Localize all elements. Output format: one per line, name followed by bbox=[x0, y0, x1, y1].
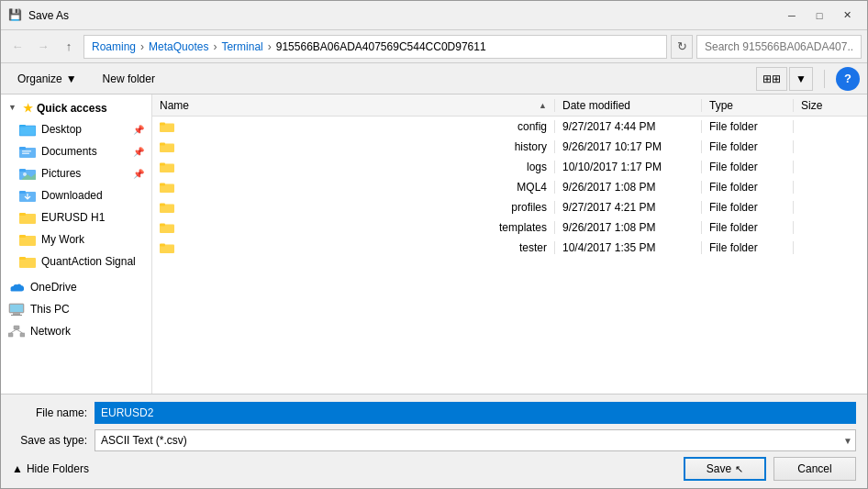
documents-label: Documents bbox=[41, 145, 97, 158]
file-date: 9/26/2017 1:08 PM bbox=[555, 221, 702, 234]
network-icon bbox=[8, 323, 25, 339]
eurusd-icon bbox=[19, 209, 36, 226]
pictures-pin-icon: 📌 bbox=[133, 169, 144, 179]
table-row[interactable]: tester 10/4/2017 1:35 PM File folder bbox=[152, 238, 867, 258]
svg-rect-22 bbox=[10, 305, 23, 312]
pictures-icon bbox=[19, 165, 36, 182]
file-list: Name ▲ Date modified Type Size bbox=[152, 94, 867, 394]
sidebar-item-eurusd[interactable]: EURUSD H1 bbox=[1, 206, 151, 228]
help-label: ? bbox=[844, 72, 851, 85]
svg-rect-33 bbox=[160, 143, 165, 146]
toolbar-separator bbox=[824, 70, 825, 88]
folder-icon bbox=[160, 120, 174, 133]
organize-button[interactable]: Organize ▼ bbox=[8, 67, 86, 91]
quick-access-expand-icon: ▼ bbox=[8, 103, 19, 114]
table-row[interactable]: logs 10/10/2017 1:17 PM File folder bbox=[152, 157, 867, 177]
sidebar: ▼ ★ Quick access Desktop 📌 bbox=[1, 94, 152, 394]
refresh-button[interactable]: ↻ bbox=[671, 35, 693, 59]
button-row: ▲ Hide Folders Save ↖ Cancel bbox=[12, 457, 856, 481]
savetype-wrapper: ASCII Text (*.csv) ▼ bbox=[95, 429, 856, 451]
svg-rect-39 bbox=[160, 204, 165, 206]
quick-access-section: ▼ ★ Quick access Desktop 📌 bbox=[1, 98, 151, 272]
sidebar-item-onedrive[interactable]: OneDrive bbox=[1, 276, 151, 298]
savetype-label: Save as type: bbox=[12, 434, 95, 447]
close-button[interactable]: ✕ bbox=[834, 6, 860, 26]
new-folder-button[interactable]: New folder bbox=[94, 67, 164, 91]
hide-folders-button[interactable]: ▲ Hide Folders bbox=[12, 462, 89, 475]
forward-button[interactable]: → bbox=[32, 36, 54, 58]
filename-input[interactable] bbox=[95, 402, 856, 424]
sidebar-item-desktop[interactable]: Desktop 📌 bbox=[1, 118, 151, 140]
breadcrumb-terminal[interactable]: Terminal bbox=[219, 40, 264, 53]
save-as-dialog: 💾 Save As ─ □ ✕ ← → ↑ Roaming › MetaQuot… bbox=[0, 0, 868, 489]
column-name[interactable]: Name ▲ bbox=[152, 99, 555, 112]
quantaction-label: QuantAction Signal bbox=[41, 255, 136, 268]
search-input[interactable] bbox=[696, 35, 862, 59]
sidebar-item-pictures[interactable]: Pictures 📌 bbox=[1, 162, 151, 184]
maximize-button[interactable]: □ bbox=[807, 6, 832, 26]
save-button[interactable]: Save ↖ bbox=[684, 457, 766, 481]
quick-access-header[interactable]: ▼ ★ Quick access bbox=[1, 98, 151, 118]
sidebar-item-quantaction[interactable]: QuantAction Signal bbox=[1, 250, 151, 272]
hide-folders-label: Hide Folders bbox=[27, 462, 89, 475]
breadcrumb-roaming[interactable]: Roaming bbox=[90, 40, 138, 53]
downloaded-label: Downloaded bbox=[41, 189, 103, 202]
table-row[interactable]: MQL4 9/26/2017 1:08 PM File folder bbox=[152, 177, 867, 197]
desktop-pin-icon: 📌 bbox=[133, 125, 144, 135]
desktop-icon bbox=[19, 121, 36, 138]
address-bar: ← → ↑ Roaming › MetaQuotes › Terminal › … bbox=[1, 30, 867, 63]
folder-icon bbox=[160, 161, 174, 173]
onedrive-icon bbox=[8, 279, 25, 295]
quick-access-star-icon: ★ bbox=[23, 102, 33, 115]
svg-line-29 bbox=[17, 329, 23, 333]
breadcrumb-metaquotes[interactable]: MetaQuotes bbox=[147, 40, 210, 53]
sidebar-item-documents[interactable]: Documents 📌 bbox=[1, 140, 151, 162]
view-grid-icon: ⊞⊞ bbox=[762, 72, 781, 85]
svg-rect-24 bbox=[11, 315, 22, 316]
file-name: config bbox=[517, 120, 547, 133]
folder-icon bbox=[160, 241, 174, 254]
sidebar-item-network[interactable]: Network bbox=[1, 320, 151, 342]
folder-icon bbox=[160, 181, 174, 194]
sidebar-item-downloaded[interactable]: Downloaded bbox=[1, 184, 151, 206]
save-cursor-icon: ↖ bbox=[735, 463, 743, 475]
window-controls: ─ □ ✕ bbox=[779, 6, 860, 26]
folder-icon bbox=[160, 140, 174, 153]
view-arrow-button[interactable]: ▼ bbox=[789, 67, 813, 91]
file-name: history bbox=[515, 140, 547, 153]
column-date[interactable]: Date modified bbox=[555, 99, 702, 112]
file-type: File folder bbox=[702, 120, 794, 133]
table-row[interactable]: history 9/26/2017 10:17 PM File folder bbox=[152, 137, 867, 157]
sidebar-item-mywork[interactable]: My Work bbox=[1, 228, 151, 250]
file-list-header: Name ▲ Date modified Type Size bbox=[152, 94, 867, 117]
column-type[interactable]: Type bbox=[702, 99, 794, 112]
table-row[interactable]: profiles 9/27/2017 4:21 PM File folder bbox=[152, 197, 867, 217]
svg-rect-37 bbox=[160, 183, 165, 186]
svg-line-28 bbox=[11, 329, 17, 333]
downloaded-icon bbox=[19, 187, 36, 204]
file-name: profiles bbox=[511, 201, 547, 214]
up-button[interactable]: ↑ bbox=[58, 36, 80, 58]
table-row[interactable]: templates 9/26/2017 1:08 PM File folder bbox=[152, 217, 867, 238]
cancel-button[interactable]: Cancel bbox=[773, 457, 856, 481]
sidebar-item-thispc[interactable]: This PC bbox=[1, 298, 151, 320]
sort-indicator: ▲ bbox=[539, 101, 547, 110]
minimize-button[interactable]: ─ bbox=[779, 6, 805, 26]
savetype-select[interactable]: ASCII Text (*.csv) bbox=[95, 429, 856, 451]
svg-rect-14 bbox=[19, 191, 26, 194]
help-button[interactable]: ? bbox=[836, 67, 860, 91]
column-size[interactable]: Size bbox=[794, 99, 867, 112]
main-content: ▼ ★ Quick access Desktop 📌 bbox=[1, 94, 867, 394]
svg-rect-35 bbox=[160, 163, 165, 166]
table-row[interactable]: config 9/27/2017 4:44 PM File folder bbox=[152, 117, 867, 137]
folder-icon bbox=[160, 221, 174, 234]
view-button[interactable]: ⊞⊞ bbox=[756, 67, 787, 91]
file-rows-container: config 9/27/2017 4:44 PM File folder his… bbox=[152, 117, 867, 258]
title-bar: 💾 Save As ─ □ ✕ bbox=[1, 1, 867, 30]
svg-rect-7 bbox=[22, 150, 31, 152]
savetype-row: Save as type: ASCII Text (*.csv) ▼ bbox=[12, 429, 856, 451]
thispc-icon bbox=[8, 301, 25, 317]
file-name: templates bbox=[499, 221, 547, 234]
file-date: 9/26/2017 1:08 PM bbox=[555, 181, 702, 194]
back-button[interactable]: ← bbox=[6, 36, 28, 58]
